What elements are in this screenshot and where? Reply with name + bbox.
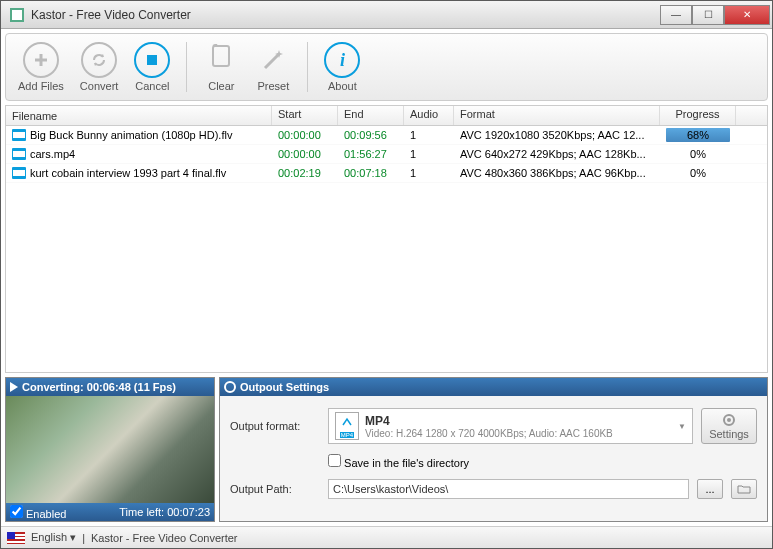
format-select[interactable]: MP4 MP4Video: H.264 1280 x 720 4000KBps;… — [328, 408, 693, 444]
output-settings-panel: Outpout Settings Output format: MP4 MP4V… — [219, 377, 768, 522]
about-button[interactable]: iAbout — [320, 40, 364, 94]
open-folder-button[interactable] — [731, 479, 757, 499]
header-end[interactable]: End — [338, 106, 404, 125]
preview-header: Converting: 00:06:48 (11 Fps) — [6, 378, 214, 396]
settings-header: Outpout Settings — [220, 378, 767, 396]
toolbar-separator — [307, 42, 308, 92]
info-icon: i — [324, 42, 360, 78]
app-name: Kastor - Free Video Converter — [91, 532, 238, 544]
save-in-dir-checkbox[interactable]: Save in the file's directory — [328, 454, 469, 469]
minimize-button[interactable]: — — [660, 5, 692, 25]
header-progress[interactable]: Progress — [660, 106, 736, 125]
play-icon — [10, 382, 18, 392]
converting-status: Converting: 00:06:48 (11 Fps) — [22, 381, 176, 393]
language-select[interactable]: English ▾ — [31, 531, 76, 544]
titlebar[interactable]: Kastor - Free Video Converter — ☐ ✕ — [1, 1, 772, 29]
svg-point-5 — [727, 418, 731, 422]
wand-icon — [255, 42, 291, 78]
output-path-label: Output Path: — [230, 483, 320, 495]
plus-icon — [23, 42, 59, 78]
add-files-button[interactable]: Add Files — [14, 40, 68, 94]
table-row[interactable]: Big Buck Bunny animation (1080p HD).flv0… — [6, 126, 767, 145]
enabled-checkbox[interactable]: Enabled — [10, 505, 66, 520]
table-row[interactable]: cars.mp400:00:0001:56:271AVC 640x272 429… — [6, 145, 767, 164]
preset-button[interactable]: Preset — [251, 40, 295, 94]
header-audio[interactable]: Audio — [404, 106, 454, 125]
table-row[interactable]: kurt cobain interview 1993 part 4 final.… — [6, 164, 767, 183]
file-table[interactable]: Filename Start End Audio Format Progress… — [5, 105, 768, 373]
settings-button[interactable]: Settings — [701, 408, 757, 444]
clear-icon — [203, 42, 239, 78]
header-filename[interactable]: Filename — [6, 106, 272, 125]
video-file-icon — [12, 167, 26, 179]
folder-icon — [737, 484, 751, 494]
svg-rect-1 — [12, 10, 22, 20]
statusbar: English ▾ | Kastor - Free Video Converte… — [1, 526, 772, 548]
time-left: Time left: 00:07:23 — [119, 506, 210, 518]
flag-icon — [7, 532, 25, 544]
close-button[interactable]: ✕ — [724, 5, 770, 25]
browse-button[interactable]: ... — [697, 479, 723, 499]
header-format[interactable]: Format — [454, 106, 660, 125]
video-file-icon — [12, 129, 26, 141]
stop-icon — [134, 42, 170, 78]
app-window: Kastor - Free Video Converter — ☐ ✕ Add … — [0, 0, 773, 549]
svg-rect-3 — [213, 46, 229, 66]
gear-icon — [224, 381, 236, 393]
maximize-button[interactable]: ☐ — [692, 5, 724, 25]
clear-button[interactable]: Clear — [199, 40, 243, 94]
preview-footer: Enabled Time left: 00:07:23 — [6, 503, 214, 521]
output-format-label: Output format: — [230, 420, 320, 432]
table-header: Filename Start End Audio Format Progress — [6, 106, 767, 126]
convert-icon — [81, 42, 117, 78]
convert-button[interactable]: Convert — [76, 40, 123, 94]
window-title: Kastor - Free Video Converter — [31, 8, 660, 22]
toolbar: Add Files Convert Cancel Clear Preset iA… — [5, 33, 768, 101]
gear-icon — [721, 412, 737, 428]
cancel-button[interactable]: Cancel — [130, 40, 174, 94]
video-file-icon — [12, 148, 26, 160]
toolbar-separator — [186, 42, 187, 92]
header-start[interactable]: Start — [272, 106, 338, 125]
preview-panel: Converting: 00:06:48 (11 Fps) Enabled Ti… — [5, 377, 215, 522]
preview-image[interactable] — [6, 396, 214, 503]
svg-rect-2 — [147, 55, 157, 65]
mp4-icon: MP4 — [335, 412, 359, 440]
app-icon — [9, 7, 25, 23]
chevron-down-icon: ▼ — [678, 422, 686, 431]
output-path-input[interactable] — [328, 479, 689, 499]
